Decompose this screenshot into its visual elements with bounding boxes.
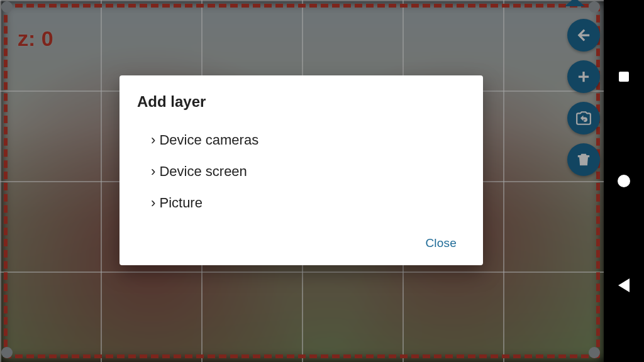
android-nav-bar	[604, 0, 644, 362]
dialog-actions: Close	[137, 231, 465, 255]
circle-icon	[618, 175, 630, 187]
option-picture[interactable]: Picture	[137, 187, 465, 219]
home-button[interactable]	[616, 173, 631, 189]
back-nav-button[interactable]	[616, 278, 631, 293]
option-device-screen[interactable]: Device screen	[137, 156, 465, 187]
app-viewport: z: 0 Add layer Device cameras Device scr…	[0, 0, 604, 362]
triangle-left-icon	[618, 278, 630, 292]
square-icon	[619, 72, 629, 82]
option-device-cameras[interactable]: Device cameras	[137, 124, 465, 156]
close-button[interactable]: Close	[416, 231, 465, 255]
dialog-title: Add layer	[137, 93, 465, 111]
recent-apps-button[interactable]	[616, 69, 631, 84]
add-layer-dialog: Add layer Device cameras Device screen P…	[119, 75, 483, 265]
